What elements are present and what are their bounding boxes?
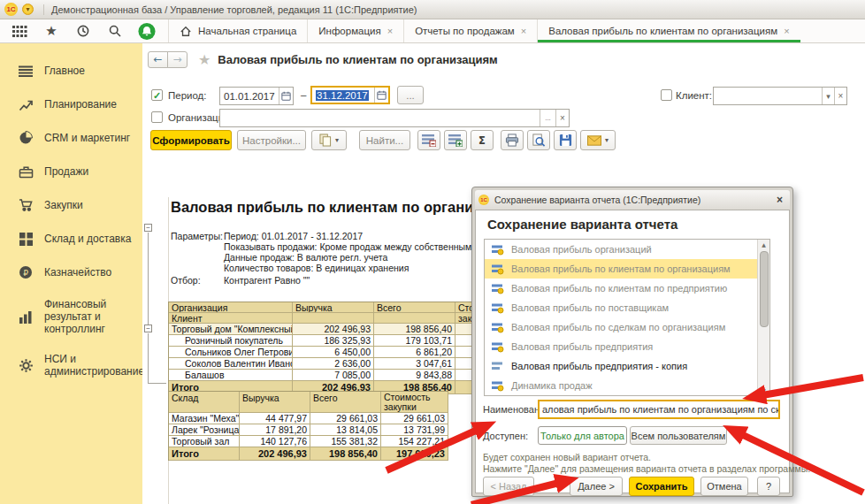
generate-button[interactable]: Сформировать — [150, 130, 232, 150]
col-header: Выручка — [293, 302, 374, 313]
diskette-icon — [559, 134, 572, 147]
tab-close-icon[interactable]: × — [521, 26, 526, 36]
svg-text:₽: ₽ — [23, 269, 28, 278]
variant-item-selected[interactable]: Валовая прибыль по клиентам по организац… — [485, 259, 769, 279]
organization-field[interactable]: ... × — [219, 109, 570, 127]
sum-button[interactable]: Σ — [471, 130, 494, 150]
expand-groups-button[interactable] — [444, 130, 467, 150]
forward-button[interactable]: → — [167, 51, 188, 68]
report-variant-icon — [492, 244, 504, 256]
collapse-group-toggle[interactable]: − — [144, 325, 152, 332]
find-button[interactable]: Найти... — [359, 130, 410, 150]
period-to-field[interactable]: 31.12.2017 — [310, 86, 390, 104]
report-variants-button[interactable]: ▾ — [311, 130, 347, 150]
variant-item[interactable]: Валовая прибыль по сделкам по организаци… — [485, 317, 769, 337]
sidebar-item-warehouse[interactable]: Склад и доставка — [0, 222, 142, 256]
scrollbar-thumb[interactable] — [760, 251, 769, 327]
preview-icon — [532, 134, 546, 148]
table-row: Торговый зал 140 127,76 155 381,32 154 2… — [169, 436, 448, 447]
author-only-toggle[interactable]: Только для автора — [538, 426, 627, 445]
variant-item[interactable]: Валовая прибыль по клиентам по предприят… — [485, 279, 769, 298]
1c-logo-icon: 1С — [4, 3, 18, 16]
collapse-groups-button[interactable] — [417, 130, 440, 150]
page-title: Валовая прибыль по клиентам по организац… — [218, 53, 497, 66]
period-from-field[interactable]: 01.01.2017 — [219, 87, 294, 105]
save-button[interactable] — [554, 130, 577, 150]
tab-close-icon[interactable]: × — [387, 26, 393, 36]
variant-item[interactable]: Динамика продаж — [485, 376, 769, 395]
quick-toolbar: ★ — [0, 19, 168, 42]
sidebar-item-main[interactable]: Главное — [0, 54, 142, 88]
sidebar-item-finresult[interactable]: Финансовый результат и контроллинг — [0, 289, 142, 344]
clear-icon[interactable]: × — [555, 110, 569, 126]
briefcase-icon — [18, 164, 34, 179]
back-step-button[interactable]: < Назад — [483, 477, 534, 496]
preview-button[interactable] — [527, 130, 550, 150]
col-header: Выручка — [240, 392, 310, 413]
calendar-icon[interactable] — [374, 88, 388, 103]
favorites-star-icon[interactable]: ★ — [42, 22, 60, 40]
clear-icon[interactable]: × — [834, 88, 846, 104]
sidebar-item-purchases[interactable]: Закупки — [0, 188, 142, 222]
history-icon[interactable] — [74, 22, 92, 40]
all-users-toggle[interactable]: Всем пользователям — [630, 426, 727, 445]
favorite-star-icon[interactable]: ★ — [198, 51, 211, 68]
main-menu-icon[interactable]: ▼ — [22, 4, 34, 15]
report-variant-copy-icon — [492, 361, 504, 372]
variant-item[interactable]: Валовая прибыль организаций — [485, 240, 769, 259]
col-header: Стоимость закупки — [381, 392, 448, 413]
dropdown-icon[interactable]: ▾ — [822, 88, 834, 104]
window-title: Демонстрационная база / Управление торго… — [43, 4, 417, 15]
sidebar-item-treasury[interactable]: ₽ Казначейство — [0, 256, 142, 289]
collapse-group-toggle[interactable]: − — [144, 224, 152, 232]
scroll-up-icon[interactable]: ▲ — [762, 241, 766, 248]
back-button[interactable]: ← — [148, 51, 168, 68]
variant-item[interactable]: Валовая прибыль по поставщикам — [485, 298, 769, 317]
dialog-close-icon[interactable]: × — [773, 194, 786, 206]
access-label: Доступен: — [483, 431, 528, 441]
group-line — [148, 233, 149, 326]
next-step-button[interactable]: Далее > — [570, 477, 623, 496]
calendar-icon[interactable] — [279, 88, 293, 104]
tab-sales-reports[interactable]: Отчеты по продажам × — [403, 19, 537, 42]
tab-gross-profit[interactable]: Валовая прибыль по клиентам по организац… — [537, 19, 800, 42]
collapse-groups-icon — [422, 134, 436, 147]
scrollbar[interactable]: ▲ ▼ — [757, 240, 769, 395]
period-checkbox[interactable]: ✓ — [151, 89, 163, 101]
client-label: Клиент: — [676, 90, 712, 101]
tab-home[interactable]: Начальная страница — [168, 19, 307, 42]
clipboard-icon — [319, 134, 332, 147]
client-checkbox[interactable] — [661, 89, 672, 101]
variant-item[interactable]: Валовая прибыль предприятия — [485, 337, 769, 356]
col-header — [293, 313, 374, 324]
ruble-coin-icon: ₽ — [18, 264, 34, 280]
notifications-bell-icon[interactable] — [138, 22, 156, 40]
col-header: Склад — [169, 392, 240, 413]
variant-list: Валовая прибыль организаций Валовая приб… — [484, 239, 770, 396]
home-icon — [180, 26, 192, 37]
send-mail-button[interactable]: ▾ — [580, 130, 616, 150]
settings-button[interactable]: Настройки... — [237, 130, 306, 150]
sidebar-item-crm[interactable]: CRM и маркетинг — [0, 121, 142, 155]
tab-information[interactable]: Информация × — [307, 19, 403, 42]
help-button[interactable]: ? — [757, 477, 780, 496]
tab-close-icon[interactable]: × — [784, 26, 789, 36]
period-more-button[interactable]: ... — [397, 86, 424, 104]
scroll-down-icon[interactable]: ▼ — [762, 387, 766, 393]
print-button[interactable] — [501, 130, 524, 150]
choose-icon[interactable]: ... — [540, 110, 555, 126]
sections-grid-icon[interactable] — [11, 22, 28, 40]
organization-checkbox[interactable] — [151, 111, 163, 123]
window-titlebar: 1С ▼ Демонстрационная база / Управление … — [0, 0, 865, 19]
envelope-icon — [587, 135, 601, 146]
sidebar-item-sales[interactable]: Продажи — [0, 155, 142, 188]
col-header: Организация — [169, 302, 293, 313]
variant-item-user[interactable]: Валовая прибыль предприятия - копия — [485, 356, 769, 376]
sidebar-item-planning[interactable]: Планирование — [0, 88, 142, 121]
search-icon[interactable] — [106, 22, 124, 40]
save-variant-button[interactable]: Сохранить — [629, 477, 694, 496]
client-combo[interactable]: ▾ × — [713, 87, 847, 105]
cancel-button[interactable]: Отмена — [700, 477, 748, 496]
sidebar-item-admin[interactable]: НСИ и администрирование — [0, 344, 142, 386]
variant-name-input[interactable]: аловая прибыль по клиентам по организаци… — [538, 400, 780, 419]
